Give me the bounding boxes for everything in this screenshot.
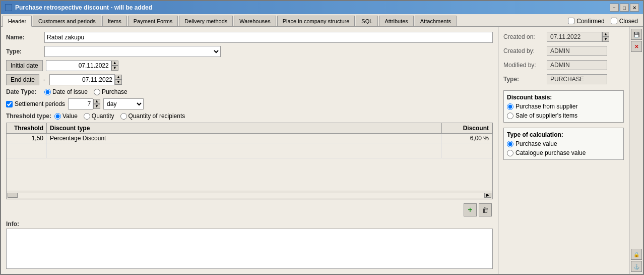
tab-delivery[interactable]: Delivery methods: [179, 16, 233, 26]
tab-customers[interactable]: Customers and periods: [33, 16, 101, 26]
threshold-type-row: Threshold type: Value Quantity Quantity …: [6, 113, 493, 120]
name-label: Name:: [6, 34, 41, 41]
name-input[interactable]: [44, 32, 493, 43]
table-row[interactable]: 1,50 Percentage Discount 6,00 %: [7, 134, 492, 143]
col-discount-type: Discount type: [47, 123, 442, 133]
title-bar: Purchase retrospective discount - will b…: [1, 1, 643, 14]
maximize-button[interactable]: □: [620, 4, 629, 12]
type-row: Type:: [6, 46, 493, 57]
info-section: Info:: [6, 221, 493, 269]
col-threshold: Threshold: [7, 123, 47, 133]
minimize-button[interactable]: −: [610, 4, 619, 12]
initial-date-row: Initial date ▲ ▼: [6, 60, 493, 71]
tab-header[interactable]: Header: [3, 16, 32, 27]
created-on-row: Created on: 07.11.2022 ▲ ▼: [503, 32, 624, 42]
tab-place[interactable]: Place in company structure: [277, 16, 355, 26]
threshold-type-label: Threshold type:: [6, 113, 51, 120]
name-row: Name:: [6, 32, 493, 43]
value-radio[interactable]: Value: [54, 113, 78, 120]
info-label: Info:: [6, 221, 493, 228]
purchase-value-radio[interactable]: Purchase value: [507, 140, 620, 147]
quantity-radio[interactable]: Quantity: [84, 113, 114, 120]
close-sidebar-button[interactable]: ✕: [631, 41, 642, 52]
tab-items[interactable]: Items: [102, 16, 127, 26]
initial-date-down[interactable]: ▼: [111, 66, 118, 71]
settlement-number-input[interactable]: [68, 98, 93, 109]
initial-date-button[interactable]: Initial date: [6, 60, 43, 71]
settlement-unit-select[interactable]: day week month: [103, 98, 144, 109]
tab-warehouses[interactable]: Warehouses: [234, 16, 276, 26]
lock-button[interactable]: 🔒: [631, 249, 642, 260]
closed-checkbox-row[interactable]: Closed: [611, 18, 638, 25]
title-bar-text: Purchase retrospective discount - will b…: [5, 4, 152, 11]
created-on-spinner: ▲ ▼: [602, 32, 609, 42]
settlement-down[interactable]: ▼: [93, 104, 100, 109]
settlement-spinner: ▲ ▼: [93, 99, 100, 109]
table-scrollbar: ▶: [7, 191, 492, 199]
left-panel: Name: Type: Initial date ▲ ▼: [1, 27, 498, 274]
settlement-checkbox[interactable]: [6, 101, 13, 107]
created-on-down[interactable]: ▼: [602, 37, 609, 42]
end-date-group: ▲ ▼: [49, 74, 122, 85]
end-date-row: End date - ▲ ▼: [6, 74, 493, 85]
modified-by-label: Modified by:: [503, 62, 544, 69]
type-right-value: PURCHASE: [547, 74, 607, 84]
tab-payment[interactable]: Payment Forms: [128, 16, 178, 26]
catalogue-value-radio[interactable]: Catalogue purchase value: [507, 149, 620, 156]
end-date-input[interactable]: [49, 74, 115, 85]
threshold-table: Threshold Discount type Discount 1,50 Pe…: [6, 123, 493, 199]
cell-threshold: 1,50: [7, 134, 47, 143]
info-textarea[interactable]: [6, 229, 493, 269]
col-discount: Discount: [442, 123, 492, 133]
initial-date-spinner: ▲ ▼: [111, 61, 118, 71]
scroll-right[interactable]: ▶: [484, 193, 491, 198]
anchor-button[interactable]: ⚓: [631, 261, 642, 272]
created-on-date-group: 07.11.2022 ▲ ▼: [547, 32, 609, 42]
type-right-label: Type:: [503, 76, 544, 83]
table-body: 1,50 Percentage Discount 6,00 %: [7, 134, 492, 191]
date-type-radio-group: Date of issue Purchase: [44, 88, 127, 95]
created-on-up[interactable]: ▲: [602, 32, 609, 37]
cell-discount: 6,00 %: [442, 134, 492, 143]
add-row-button[interactable]: +: [464, 203, 477, 216]
created-on-label: Created on:: [503, 33, 544, 40]
end-date-down[interactable]: ▼: [115, 80, 122, 85]
quantity-recipients-radio[interactable]: Quantity of recipients: [120, 113, 185, 120]
tab-attributes[interactable]: Attributes: [379, 16, 413, 26]
modified-by-row: Modified by: ADMIN: [503, 60, 624, 70]
title-bar-controls: − □ ✕: [610, 4, 639, 12]
tab-attachments[interactable]: Attachments: [415, 16, 457, 26]
delete-row-button[interactable]: 🗑: [479, 203, 492, 216]
window-close-button[interactable]: ✕: [630, 4, 639, 12]
settlement-checkbox-row[interactable]: Settlement periods: [6, 100, 65, 107]
end-date-button[interactable]: End date: [6, 74, 39, 85]
purchase-radio[interactable]: Purchase: [94, 88, 127, 95]
date-dash: -: [42, 76, 46, 83]
type-of-calc-title: Type of calculation:: [507, 131, 620, 138]
confirmed-checkbox[interactable]: [568, 18, 574, 24]
end-date-spinner: ▲ ▼: [115, 75, 122, 85]
type-select[interactable]: [44, 46, 221, 57]
threshold-type-radio-group: Value Quantity Quantity of recipients: [54, 113, 185, 120]
scroll-track[interactable]: [18, 193, 484, 198]
tab-sql[interactable]: SQL: [356, 16, 378, 26]
date-type-row: Date Type: Date of issue Purchase: [6, 88, 493, 95]
tab-bar: Header Customers and periods Items Payme…: [1, 14, 643, 27]
table-header: Threshold Discount type Discount: [7, 123, 492, 134]
closed-checkbox[interactable]: [611, 18, 617, 24]
initial-date-up[interactable]: ▲: [111, 61, 118, 66]
main-content: Name: Type: Initial date ▲ ▼: [1, 27, 643, 274]
sale-of-supplier-radio[interactable]: Sale of supplier's items: [507, 112, 620, 119]
save-button[interactable]: 💾: [631, 29, 642, 40]
end-date-up[interactable]: ▲: [115, 75, 122, 80]
created-by-label: Created by:: [503, 47, 544, 54]
settlement-input-group: ▲ ▼: [68, 98, 100, 109]
purchase-from-supplier-radio[interactable]: Purchase from supplier: [507, 103, 620, 110]
initial-date-input[interactable]: [46, 60, 111, 71]
date-of-issue-radio[interactable]: Date of issue: [44, 88, 88, 95]
table-actions: + 🗑: [6, 202, 493, 217]
settlement-up[interactable]: ▲: [93, 99, 100, 104]
settlement-row: Settlement periods ▲ ▼ day week month: [6, 98, 493, 109]
confirmed-checkbox-row[interactable]: Confirmed: [568, 18, 604, 25]
main-window: Purchase retrospective discount - will b…: [0, 0, 644, 275]
